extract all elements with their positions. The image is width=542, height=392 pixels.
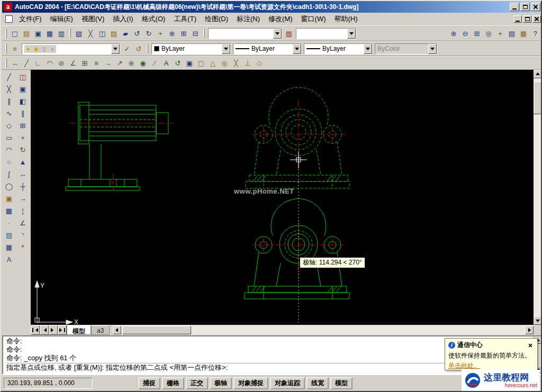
dropdown-arrow-icon[interactable] — [347, 29, 356, 39]
move-icon[interactable]: + — [16, 132, 29, 144]
dropdown-arrow-icon[interactable] — [111, 44, 120, 54]
dim-angular-icon[interactable]: ∠ — [67, 58, 79, 69]
dim-continue-icon[interactable]: → — [102, 58, 114, 69]
snap-midpoint-icon[interactable]: △ — [207, 58, 219, 69]
tolerance-icon[interactable]: ⊕ — [125, 58, 137, 69]
zoom-extents-icon[interactable]: ◎ — [483, 28, 494, 39]
insert-block-icon[interactable]: ▣ — [3, 193, 15, 205]
menu-item[interactable]: 视图(V) — [77, 13, 109, 25]
dim-text-edit-icon[interactable]: A — [160, 58, 172, 69]
tab-next-button[interactable] — [49, 325, 58, 335]
tab-a3[interactable]: a3 — [91, 325, 110, 335]
properties-icon[interactable]: ▤ — [506, 28, 518, 39]
snap-intersection-icon[interactable]: ╳ — [230, 58, 242, 69]
make-object-layer-current-icon[interactable]: ✓ — [121, 43, 133, 54]
standards-icon[interactable]: ▥ — [283, 28, 295, 39]
menu-item[interactable]: 帮助(H) — [330, 13, 362, 25]
toolbar-grip[interactable] — [5, 29, 7, 38]
menu-item[interactable]: 编辑(E) — [46, 13, 77, 25]
zoom-window-icon[interactable]: ⊞ — [178, 28, 189, 39]
status-toggle-button[interactable]: 模型 — [330, 377, 353, 389]
hatch-icon[interactable]: ▨ — [3, 229, 15, 241]
layer-combo[interactable]: ●◉▯■ — [22, 43, 120, 54]
dropdown-arrow-icon[interactable] — [293, 44, 301, 54]
polyline-icon[interactable]: ∿ — [3, 107, 15, 120]
circle-icon[interactable]: ○ — [3, 156, 15, 168]
dim-radius-icon[interactable]: ◠ — [44, 58, 56, 69]
fillet-icon[interactable]: ◝ — [16, 229, 29, 241]
minimize-icon[interactable] — [510, 3, 519, 11]
zoom-window-2-icon[interactable]: ⊞ — [471, 28, 483, 39]
snap-nearest-icon[interactable]: ◇ — [254, 58, 265, 69]
menu-item[interactable]: 修改(M) — [264, 13, 297, 25]
quick-dimension-icon[interactable]: ⊞ — [79, 58, 91, 69]
status-toggle-button[interactable]: 极轴 — [210, 377, 232, 389]
save-icon[interactable]: ▣ — [32, 28, 44, 39]
status-toggle-button[interactable]: 捕捉 — [138, 377, 160, 389]
scroll-right-icon[interactable] — [525, 326, 534, 334]
dim-style-icon[interactable]: ▣ — [184, 58, 195, 69]
designcenter-icon[interactable]: ▦ — [518, 28, 529, 39]
match-properties-icon[interactable]: ▰ — [120, 28, 131, 39]
layer-color-chip-icon[interactable]: ■ — [48, 45, 56, 53]
dropdown-arrow-icon[interactable] — [364, 44, 372, 54]
dim-style-combo[interactable] — [296, 28, 356, 39]
snap-endpoint-icon[interactable]: ▢ — [195, 58, 207, 69]
status-toggle-button[interactable]: 正交 — [186, 377, 208, 389]
polygon-icon[interactable]: ◇ — [3, 120, 15, 132]
qnew-icon[interactable]: ▢ — [9, 28, 21, 39]
trim-icon[interactable]: ┼ — [16, 180, 29, 193]
snap-center-icon[interactable]: ◎ — [219, 58, 230, 69]
pan-realtime-icon[interactable]: + — [494, 28, 506, 39]
rectangle-icon[interactable]: ▭ — [3, 132, 15, 144]
undo-icon[interactable]: ↺ — [131, 28, 143, 39]
layer-on-bulb-icon[interactable]: ● — [24, 45, 32, 53]
doc-restore-icon[interactable] — [523, 15, 531, 23]
dropdown-arrow-icon[interactable] — [222, 44, 230, 54]
array-icon[interactable]: ⊞ — [16, 120, 29, 132]
toolbar-grip[interactable] — [69, 29, 71, 38]
help-icon[interactable]: ? — [529, 28, 541, 39]
tab-prev-button[interactable] — [40, 325, 49, 335]
multiline-text-icon[interactable]: A — [3, 253, 15, 266]
copy-object-icon[interactable]: ▣ — [16, 83, 29, 95]
copy-clip-icon[interactable]: ◫ — [96, 28, 108, 39]
center-mark-icon[interactable]: ◉ — [137, 58, 149, 69]
restore-icon[interactable] — [520, 3, 530, 11]
color-combo[interactable]: ByLayer — [151, 43, 231, 54]
break-icon[interactable]: ¦ — [16, 205, 29, 217]
scroll-left-icon[interactable] — [113, 326, 121, 334]
pan-icon[interactable]: + — [155, 28, 166, 39]
open-icon[interactable]: ▤ — [21, 28, 32, 39]
line-icon[interactable]: ╱ — [3, 71, 15, 83]
chamfer-icon[interactable]: ∠ — [16, 217, 29, 229]
menu-item[interactable]: 工具(T) — [169, 13, 201, 25]
linetype-combo[interactable]: ByLayer — [233, 43, 302, 54]
construction-line-icon[interactable]: ╳ — [3, 83, 15, 95]
close-icon[interactable] — [531, 3, 540, 11]
text-style-combo[interactable] — [208, 28, 282, 39]
tab-model[interactable]: 模型 — [67, 325, 91, 335]
layer-thaw-sun-icon[interactable]: ◉ — [32, 45, 40, 53]
menu-item[interactable]: 文件(F) — [15, 13, 46, 25]
plot-preview-icon[interactable]: ▥ — [56, 28, 67, 39]
drawing-canvas[interactable]: Y X www.pHome.NET 极轴: 114.294 < 270° — [31, 70, 534, 325]
doc-minimize-icon[interactable] — [513, 15, 522, 23]
point-icon[interactable]: · — [3, 217, 15, 229]
erase-icon[interactable]: ◫ — [16, 71, 29, 83]
menu-item[interactable]: 插入(I) — [109, 13, 137, 25]
ellipse-icon[interactable]: ◯ — [3, 180, 15, 193]
extend-icon[interactable]: → — [16, 193, 29, 205]
toolbar-grip[interactable] — [203, 29, 205, 38]
dim-baseline-icon[interactable]: ≡ — [91, 58, 102, 69]
scroll-up-icon[interactable] — [534, 70, 542, 78]
redo-icon[interactable]: ↻ — [143, 28, 155, 39]
vertical-scrollbar[interactable] — [534, 70, 542, 325]
make-block-icon[interactable]: ▩ — [3, 205, 15, 217]
toolbar-grip[interactable] — [5, 44, 7, 53]
zoom-realtime-icon[interactable]: ⊕ — [166, 28, 178, 39]
multiline-icon[interactable]: ∥ — [3, 95, 15, 107]
lineweight-combo[interactable]: ByLayer — [304, 43, 373, 54]
paste-icon[interactable]: ▨ — [108, 28, 120, 39]
dim-ordinate-icon[interactable]: ∟ — [32, 58, 44, 69]
